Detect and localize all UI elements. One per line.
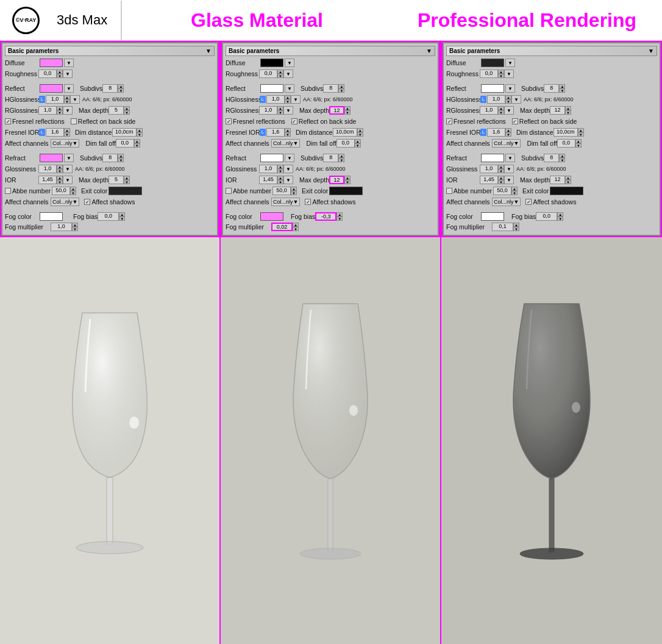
- refract-extra-btn[interactable]: ▼: [64, 154, 74, 162]
- fresnel-checkbox[interactable]: [5, 118, 11, 124]
- glossiness2-label: Glossiness: [5, 165, 38, 173]
- subdivs-label: Subdivs: [80, 85, 102, 92]
- g-reflect-swatch[interactable]: [260, 84, 283, 93]
- p-fog-bias-input[interactable]: 0,0: [536, 212, 557, 221]
- pro-title-text: Basic parameters: [449, 48, 500, 54]
- abbe-spinner[interactable]: ▲▼: [70, 187, 76, 195]
- abbe-checkbox[interactable]: [5, 188, 11, 194]
- rglossiness-spinner[interactable]: ▲▼: [57, 106, 63, 115]
- maxdepth2-spinner[interactable]: ▲▼: [124, 176, 130, 184]
- glass-title-text: Basic parameters: [229, 48, 279, 54]
- fresnel-ior-input[interactable]: 1,6: [46, 128, 64, 137]
- fresnel-checkbox-area[interactable]: Fresnel reflections: [5, 118, 65, 125]
- hglossiness-extra-btn[interactable]: ▼: [70, 95, 80, 104]
- rglossiness-extra-btn[interactable]: ▼: [63, 106, 73, 115]
- maxdepth-spinner[interactable]: ▲▼: [124, 106, 130, 115]
- p-fresnel-ior-row: Fresnel IOR L 1,6 ▲▼ Dim distance 10,0cm…: [446, 127, 657, 137]
- reflect-row: Reflect ▼ Subdivs 8 ▲▼: [5, 84, 215, 93]
- g-fog-bias-input[interactable]: -0,3: [315, 212, 336, 221]
- roughness-spinner[interactable]: ▲▼: [57, 70, 63, 78]
- maxdepth-input[interactable]: 5: [109, 106, 124, 115]
- glossiness2-extra-btn[interactable]: ▼: [63, 165, 73, 173]
- g-roughness-input[interactable]: 0,0: [259, 70, 277, 78]
- fresnel-ior-l-badge: L: [39, 129, 45, 136]
- g-fog-swatch[interactable]: [260, 212, 283, 221]
- roughness-row: Roughness 0,0 ▲▼ ▼: [5, 69, 215, 79]
- hglossiness-spinner[interactable]: ▲▼: [64, 95, 70, 104]
- panel-glass: Basic parameters ▼ Diffuse ▼ Roughness 0…: [221, 41, 441, 644]
- reflect-backside-checkbox-area[interactable]: Reflect on back side: [71, 118, 136, 125]
- fog-mult-input[interactable]: 1,0: [51, 223, 72, 231]
- affect-shadows-checkbox-area[interactable]: Affect shadows: [84, 198, 135, 206]
- abbe-checkbox-area[interactable]: Abbe number: [5, 187, 51, 195]
- reflect-backside-checkbox[interactable]: [71, 118, 77, 124]
- app-name: 3ds Max: [44, 12, 107, 28]
- subdivs-spinner[interactable]: ▲▼: [118, 84, 124, 93]
- basic-glass-svg: [49, 301, 171, 581]
- maxdepth2-input[interactable]: 5: [109, 176, 124, 184]
- p-reflect-swatch[interactable]: [481, 84, 504, 93]
- roughness-extra-btn[interactable]: ▼: [63, 70, 73, 78]
- fog-mult-spinner[interactable]: ▲▼: [72, 223, 78, 231]
- subdivs-input[interactable]: 8: [102, 84, 118, 93]
- dim-dist-input[interactable]: 10,0cm: [112, 128, 137, 137]
- g-diffuse-btn[interactable]: ▼: [285, 59, 294, 67]
- dim-falloff-spinner[interactable]: ▲▼: [134, 139, 140, 148]
- pro-title-bar: Basic parameters ▼: [446, 46, 657, 56]
- glossiness2-spinner[interactable]: ▲▼: [57, 165, 63, 173]
- abbe-row: Abbe number 50,0 ▲▼ Exit color: [5, 186, 215, 196]
- header: ©V·RAY 3ds Max Glass Material Profession…: [0, 0, 662, 41]
- g-diffuse-swatch[interactable]: [260, 59, 283, 67]
- p-refract-swatch[interactable]: [481, 154, 504, 162]
- g-abbe-row: Abbe number 50,0 ▲▼ Exit color: [226, 186, 435, 196]
- panel-professional: Basic parameters ▼ Diffuse ▼ Roughness 0…: [441, 41, 662, 644]
- main-content: Basic parameters ▼ Diffuse ▼ Roughness 0…: [0, 41, 662, 644]
- fresnel-ior-spinner[interactable]: ▲▼: [64, 128, 70, 137]
- reflect-extra-btn[interactable]: ▼: [64, 84, 74, 93]
- p-diffuse-swatch[interactable]: [481, 59, 504, 67]
- glass-material-svg: [276, 295, 385, 587]
- exit-color-swatch[interactable]: [109, 187, 142, 195]
- aa2-label: AA: 6/6; px: 6/60000: [75, 166, 125, 172]
- professional-rendering-title: Professional Rendering: [392, 9, 662, 32]
- ior-input[interactable]: 1,45: [38, 176, 57, 184]
- affect-channels2-dropdown[interactable]: Col...nly▼: [51, 198, 79, 206]
- basic-title-text: Basic parameters: [8, 48, 59, 54]
- ior-row: IOR 1,45 ▲▼ ▼ Max depth 5 ▲▼: [5, 175, 215, 185]
- fog-bias-input[interactable]: 0,0: [98, 212, 119, 221]
- p-fog-swatch[interactable]: [481, 212, 504, 221]
- dim-falloff-input[interactable]: 0,0: [116, 139, 134, 148]
- roughness-input[interactable]: 0,0: [38, 70, 57, 78]
- g-refract-swatch[interactable]: [260, 154, 283, 162]
- g-gloss2-row: Glossiness 1,0 ▲▼ ▼ AA: 6/6; px: 6/60000: [226, 164, 435, 174]
- fresnel-ior-label: Fresnel IOR: [5, 129, 38, 136]
- g-reflect-row: Reflect ▼ Subdivs 8 ▲▼: [226, 84, 435, 93]
- g-fog-mult-input[interactable]: 0,02: [271, 223, 293, 231]
- p-roughness-row: Roughness 0,0 ▲▼ ▼: [446, 69, 657, 79]
- g-maxdepth-input[interactable]: 12: [329, 106, 344, 115]
- subdivs2-spinner[interactable]: ▲▼: [118, 154, 124, 162]
- affect-channels-dropdown[interactable]: Col...nly▼: [51, 139, 79, 148]
- p-maxdepth-input[interactable]: 12: [550, 106, 565, 115]
- affect-shadows-checkbox[interactable]: [84, 199, 90, 205]
- exit-color-label: Exit color: [81, 187, 107, 195]
- refract-color-swatch[interactable]: [40, 154, 63, 162]
- fresnel-label: Fresnel reflections: [12, 118, 65, 125]
- glossiness2-input[interactable]: 1,0: [38, 165, 57, 173]
- fog-color-row: Fog color Fog bias 0,0 ▲▼: [5, 212, 215, 221]
- ior-extra-btn[interactable]: ▼: [63, 176, 73, 184]
- diffuse-extra-btn[interactable]: ▼: [64, 59, 74, 67]
- abbe-input[interactable]: 50,0: [52, 187, 70, 195]
- diffuse-color-swatch[interactable]: [40, 59, 63, 67]
- dim-dist-spinner[interactable]: ▲▼: [137, 128, 143, 137]
- g-maxdepth2-input[interactable]: 12: [329, 176, 344, 184]
- reflect-color-swatch[interactable]: [40, 84, 63, 93]
- subdivs2-input[interactable]: 8: [102, 154, 118, 162]
- fog-bias-spinner[interactable]: ▲▼: [119, 212, 125, 221]
- rglossiness-input[interactable]: 1,0: [38, 106, 57, 115]
- fog-color-swatch[interactable]: [40, 212, 63, 221]
- p-fog-mult-input[interactable]: 0,1: [492, 223, 513, 231]
- p-maxdepth2-input[interactable]: 12: [550, 176, 565, 184]
- ior-spinner[interactable]: ▲▼: [57, 176, 63, 184]
- hglossiness-input[interactable]: 1,0: [46, 95, 64, 104]
